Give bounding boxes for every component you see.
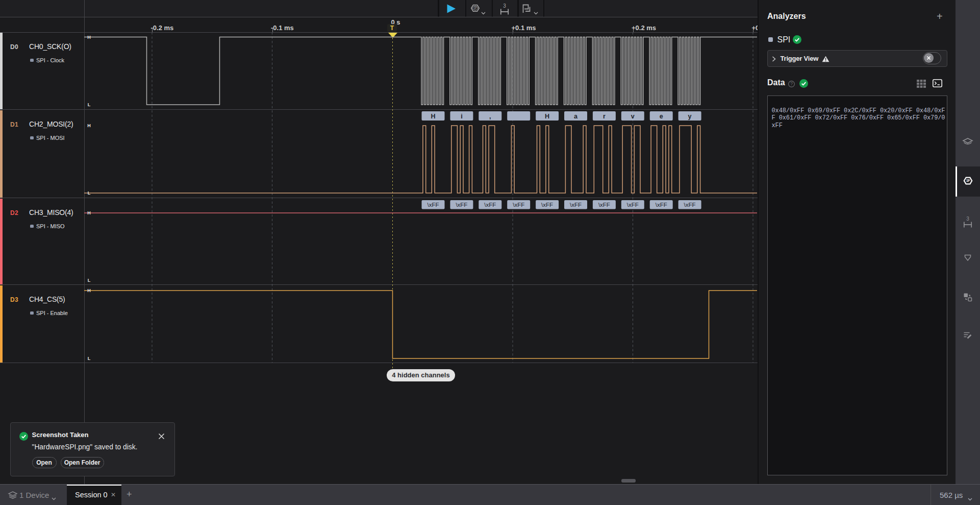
svg-text:\xFF: \xFF [541, 202, 553, 208]
svg-text:v: v [631, 113, 635, 120]
svg-text:\xFF: \xFF [513, 202, 524, 208]
svg-text:1F: 1F [473, 6, 477, 10]
svg-text:\xFF: \xFF [570, 202, 582, 208]
svg-text:r: r [603, 113, 606, 120]
svg-text:,: , [489, 113, 491, 120]
svg-text:?: ? [790, 81, 793, 86]
svg-text:\xFF: \xFF [598, 202, 610, 208]
svg-text:1F: 1F [966, 178, 970, 183]
svg-text:\xFF: \xFF [484, 202, 496, 208]
svg-text:i: i [461, 113, 462, 120]
svg-text:3: 3 [503, 3, 506, 9]
svg-text:\xFF: \xFF [684, 202, 696, 208]
svg-text:\xFF: \xFF [428, 202, 439, 208]
svg-text:\xFF: \xFF [456, 202, 467, 208]
svg-text:\xFF: \xFF [627, 202, 639, 208]
svg-text:H: H [545, 113, 549, 120]
svg-text:H: H [431, 113, 435, 120]
svg-text:y: y [688, 113, 692, 120]
svg-text:a: a [574, 113, 578, 120]
svg-text:\xFF: \xFF [656, 202, 667, 208]
svg-text:3: 3 [966, 216, 969, 222]
svg-text:e: e [660, 113, 663, 120]
